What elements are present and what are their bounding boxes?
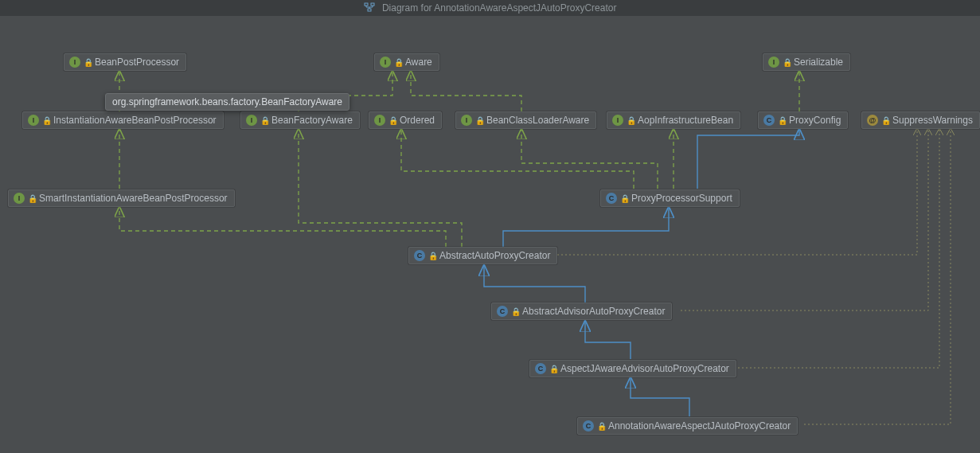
- node-instantiationawarebpp[interactable]: I 🔒 InstantiationAwareBeanPostProcessor: [22, 111, 224, 129]
- interface-icon: I: [768, 57, 779, 68]
- diagram-canvas[interactable]: I 🔒 BeanPostProcessor I 🔒 Aware I 🔒 Seri…: [0, 16, 980, 453]
- class-icon: C: [763, 115, 775, 126]
- lock-icon: 🔒: [28, 194, 36, 203]
- node-label: SuppressWarnings: [892, 115, 973, 126]
- lock-icon: 🔒: [778, 116, 786, 125]
- node-label: BeanFactoryAware: [271, 115, 353, 126]
- node-aware[interactable]: I 🔒 Aware: [374, 53, 439, 71]
- interface-icon: I: [461, 115, 472, 126]
- lock-icon: 🔒: [42, 116, 50, 125]
- interface-icon: I: [380, 57, 391, 68]
- node-label: BeanPostProcessor: [95, 57, 179, 68]
- node-label: AnnotationAwareAspectJAutoProxyCreator: [608, 420, 791, 432]
- class-icon: C: [414, 250, 425, 261]
- node-serializable[interactable]: I 🔒 Serializable: [763, 53, 850, 71]
- node-proxyprocessorsupport[interactable]: C 🔒 ProxyProcessorSupport: [600, 189, 740, 207]
- node-label: Ordered: [400, 115, 435, 126]
- class-icon: C: [606, 193, 617, 204]
- node-abstractadvisorapc[interactable]: C 🔒 AbstractAdvisorAutoProxyCreator: [491, 303, 672, 320]
- node-abstractautoproxycreator[interactable]: C 🔒 AbstractAutoProxyCreator: [408, 247, 557, 264]
- interface-icon: I: [374, 115, 385, 126]
- class-icon: C: [497, 306, 508, 317]
- node-label: BeanClassLoaderAware: [486, 115, 589, 126]
- node-suppresswarnings[interactable]: @ 🔒 SuppressWarnings: [861, 111, 980, 129]
- svg-rect-1: [371, 3, 374, 6]
- lock-icon: 🔒: [260, 116, 268, 125]
- tooltip: org.springframework.beans.factory.BeanFa…: [105, 93, 349, 111]
- lock-icon: 🔒: [428, 252, 436, 260]
- node-label: AbstractAdvisorAutoProxyCreator: [522, 306, 665, 317]
- lock-icon: 🔒: [394, 58, 402, 67]
- node-annotationawareaspectjapc[interactable]: C 🔒 AnnotationAwareAspectJAutoProxyCreat…: [577, 417, 798, 435]
- lock-icon: 🔒: [388, 116, 396, 125]
- lock-icon: 🔒: [84, 58, 92, 67]
- node-label: AbstractAutoProxyCreator: [439, 250, 550, 261]
- node-label: Aware: [405, 57, 432, 68]
- node-aopinfrastructurebean[interactable]: I 🔒 AopInfrastructureBean: [607, 111, 740, 129]
- lock-icon: 🔒: [549, 365, 557, 373]
- interface-icon: I: [246, 115, 257, 126]
- window-title-text: Diagram for AnnotationAwareAspectJAutoPr…: [382, 2, 617, 14]
- svg-rect-0: [365, 3, 368, 6]
- node-label: SmartInstantiationAwareBeanPostProcessor: [39, 193, 228, 204]
- lock-icon: 🔒: [783, 58, 791, 67]
- node-ordered[interactable]: I 🔒 Ordered: [369, 111, 442, 129]
- diagram-icon: [364, 1, 375, 17]
- node-label: ProxyConfig: [789, 115, 841, 126]
- interface-icon: I: [28, 115, 39, 126]
- interface-icon: I: [14, 193, 25, 204]
- node-proxyconfig[interactable]: C 🔒 ProxyConfig: [758, 111, 848, 129]
- lock-icon: 🔒: [627, 116, 634, 125]
- lock-icon: 🔒: [511, 307, 519, 316]
- node-label: InstantiationAwareBeanPostProcessor: [53, 115, 217, 126]
- class-icon: C: [583, 420, 594, 432]
- node-smartinstbpp[interactable]: I 🔒 SmartInstantiationAwareBeanPostProce…: [8, 189, 235, 207]
- node-beanfactoryaware[interactable]: I 🔒 BeanFactoryAware: [240, 111, 360, 129]
- annotation-icon: @: [867, 115, 878, 126]
- lock-icon: 🔒: [475, 116, 483, 125]
- svg-rect-2: [368, 9, 371, 11]
- node-label: ProxyProcessorSupport: [631, 193, 732, 204]
- class-icon: C: [535, 363, 546, 374]
- lock-icon: 🔒: [881, 116, 889, 125]
- node-beanclassloaderaware[interactable]: I 🔒 BeanClassLoaderAware: [455, 111, 596, 129]
- tooltip-text: org.springframework.beans.factory.BeanFa…: [112, 96, 342, 107]
- node-beanpostprocessor[interactable]: I 🔒 BeanPostProcessor: [64, 53, 186, 71]
- interface-icon: I: [69, 57, 80, 68]
- lock-icon: 🔒: [597, 422, 605, 431]
- interface-icon: I: [612, 115, 623, 126]
- node-label: Serializable: [794, 57, 843, 68]
- node-aspectjawareadvisorapc[interactable]: C 🔒 AspectJAwareAdvisorAutoProxyCreator: [529, 360, 736, 377]
- node-label: AspectJAwareAdvisorAutoProxyCreator: [560, 363, 729, 374]
- window-title: Diagram for AnnotationAwareAspectJAutoPr…: [0, 0, 980, 17]
- lock-icon: 🔒: [620, 194, 628, 203]
- node-label: AopInfrastructureBean: [638, 115, 733, 126]
- edges-layer: [0, 16, 980, 453]
